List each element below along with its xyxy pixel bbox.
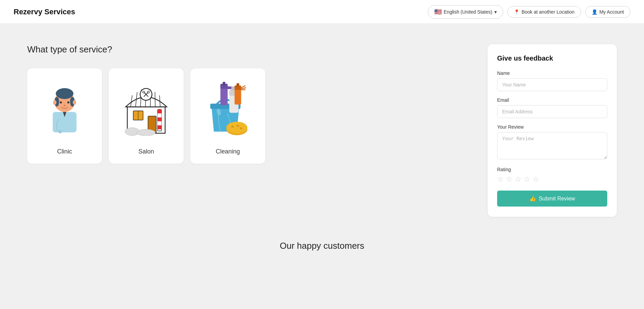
star-rating: ☆ ☆ ☆ ☆ ☆ (497, 175, 607, 184)
submit-review-button[interactable]: 👍 Submit Review (497, 191, 607, 207)
left-section: What type of service? (27, 44, 474, 164)
service-card-clinic[interactable]: Clinic (27, 68, 102, 164)
svg-point-23 (143, 91, 145, 93)
cleaning-icon (202, 79, 253, 136)
svg-point-5 (53, 100, 56, 105)
salon-label: Salon (138, 148, 154, 155)
svg-point-48 (237, 125, 239, 127)
svg-point-11 (58, 130, 62, 133)
flag-icon: 🇺🇸 (434, 8, 442, 16)
svg-point-7 (60, 101, 62, 103)
svg-line-18 (155, 92, 155, 107)
account-icon: 👤 (592, 9, 597, 15)
svg-point-9 (64, 105, 66, 106)
star-5[interactable]: ☆ (532, 175, 539, 184)
clinic-label: Clinic (57, 148, 72, 155)
book-location-button[interactable]: 📍 Book at another Location (507, 6, 581, 18)
clinic-icon (39, 79, 90, 136)
svg-point-49 (240, 127, 242, 129)
service-card-salon[interactable]: Salon (109, 68, 184, 164)
feedback-title: Give us feedback (497, 54, 607, 62)
cleaning-label: Cleaning (216, 148, 240, 155)
name-group: Name (497, 70, 607, 91)
rating-group: Rating ☆ ☆ ☆ ☆ ☆ (497, 167, 607, 184)
logo: Rezervy Services (14, 7, 75, 16)
star-2[interactable]: ☆ (506, 175, 513, 184)
svg-point-2 (56, 88, 73, 99)
thumbs-up-icon: 👍 (529, 195, 536, 202)
review-label: Your Review (497, 124, 607, 130)
chevron-down-icon: ▾ (494, 9, 497, 15)
main-content: What type of service? (0, 24, 644, 230)
salon-icon (121, 79, 172, 136)
section-title: What type of service? (27, 44, 474, 55)
svg-point-8 (67, 101, 69, 103)
header-nav: 🇺🇸 English (United States) ▾ 📍 Book at a… (428, 5, 630, 19)
email-label: Email (497, 97, 607, 103)
review-textarea[interactable] (497, 132, 607, 159)
name-label: Name (497, 70, 607, 76)
svg-point-46 (226, 121, 248, 133)
svg-rect-41 (231, 86, 235, 91)
language-label: English (United States) (444, 9, 492, 15)
svg-point-32 (137, 129, 155, 135)
language-button[interactable]: 🇺🇸 English (United States) ▾ (428, 5, 503, 19)
star-1[interactable]: ☆ (497, 175, 504, 184)
happy-customers-title: Our happy customers (27, 241, 617, 251)
submit-label: Submit Review (539, 196, 575, 202)
svg-point-47 (231, 126, 234, 128)
svg-point-24 (147, 91, 149, 93)
svg-rect-44 (237, 83, 239, 86)
rating-label: Rating (497, 167, 607, 172)
header: Rezervy Services 🇺🇸 English (United Stat… (0, 0, 644, 24)
my-account-button[interactable]: 👤 My Account (585, 6, 630, 18)
star-4[interactable]: ☆ (524, 175, 530, 184)
service-card-cleaning[interactable]: Cleaning (190, 68, 265, 164)
bottom-section: Our happy customers (0, 230, 644, 265)
svg-rect-37 (223, 82, 225, 85)
email-input[interactable] (497, 105, 607, 118)
star-3[interactable]: ☆ (515, 175, 522, 184)
email-group: Email (497, 97, 607, 118)
svg-point-6 (73, 100, 76, 105)
name-input[interactable] (497, 78, 607, 91)
location-icon: 📍 (514, 9, 520, 15)
review-group: Your Review (497, 124, 607, 161)
service-cards: Clinic (27, 68, 474, 164)
feedback-panel: Give us feedback Name Email Your Review … (488, 44, 617, 217)
